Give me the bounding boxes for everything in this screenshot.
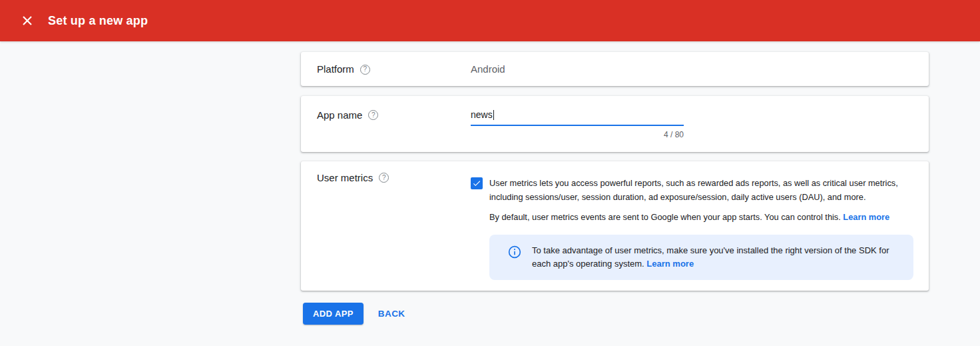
form-content: Platform ? Android App name ? news 4 / 8… — [301, 41, 929, 325]
user-metrics-paragraph-1: User metrics lets you access powerful re… — [489, 176, 913, 204]
add-app-button[interactable]: ADD APP — [303, 303, 364, 325]
dialog-header: Set up a new app — [0, 0, 980, 41]
help-icon[interactable]: ? — [379, 173, 389, 183]
user-metrics-checkbox-row: User metrics lets you access powerful re… — [471, 176, 913, 224]
platform-label: Platform — [317, 63, 354, 75]
app-name-label: App name — [317, 109, 362, 121]
help-icon[interactable]: ? — [360, 65, 370, 75]
platform-value: Android — [471, 63, 505, 75]
page-title: Set up a new app — [48, 14, 148, 28]
user-metrics-label: User metrics — [317, 172, 373, 183]
info-icon — [508, 245, 521, 259]
user-metrics-paragraph-2: By default, user metrics events are sent… — [489, 210, 913, 224]
user-metrics-label-group: User metrics ? — [301, 172, 471, 280]
app-name-card: App name ? news 4 / 80 — [301, 96, 929, 152]
learn-more-link[interactable]: Learn more — [843, 212, 889, 222]
help-icon[interactable]: ? — [368, 110, 378, 120]
learn-more-link[interactable]: Learn more — [646, 259, 694, 269]
close-icon[interactable] — [21, 15, 33, 27]
back-button[interactable]: BACK — [378, 309, 405, 319]
user-metrics-content: User metrics lets you access powerful re… — [471, 172, 929, 280]
text-caret — [493, 110, 494, 120]
app-name-input[interactable]: news — [471, 109, 684, 126]
user-metrics-paragraph-2-text: By default, user metrics events are sent… — [489, 212, 843, 222]
char-counter: 4 / 80 — [471, 130, 684, 139]
checkmark-icon — [472, 179, 481, 188]
user-metrics-card: User metrics ? User metrics lets you acc… — [301, 161, 929, 291]
sdk-info-callout: To take advantage of user metrics, make … — [489, 235, 913, 280]
app-name-input-wrap: news 4 / 80 — [471, 109, 684, 152]
platform-label-group: Platform ? — [301, 63, 471, 75]
callout-text: To take advantage of user metrics, make … — [532, 244, 900, 271]
actions-bar: ADD APP BACK — [301, 303, 929, 325]
user-metrics-description: User metrics lets you access powerful re… — [489, 176, 913, 224]
platform-card: Platform ? Android — [301, 52, 929, 86]
app-name-label-group: App name ? — [301, 109, 471, 152]
user-metrics-checkbox[interactable] — [471, 177, 483, 189]
callout-message: To take advantage of user metrics, make … — [532, 245, 889, 269]
app-name-input-value: news — [471, 109, 493, 120]
